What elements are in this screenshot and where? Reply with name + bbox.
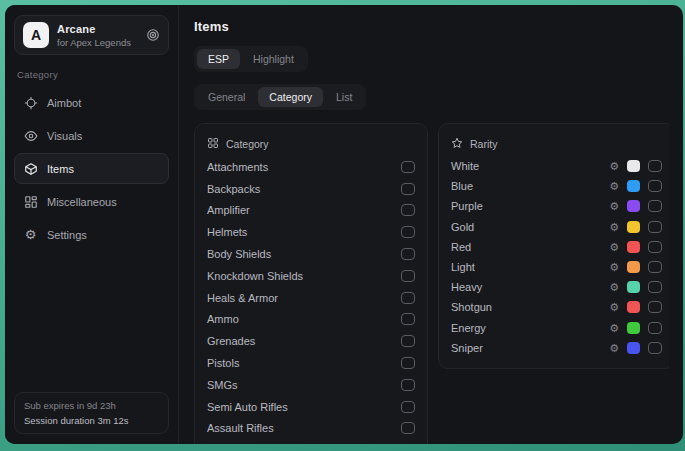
- gear-icon[interactable]: ⚙: [609, 180, 619, 192]
- category-row-label: Assault Rifles: [207, 422, 274, 434]
- checkbox[interactable]: [648, 241, 662, 253]
- category-row-label: Pistols: [207, 357, 239, 369]
- gear-icon[interactable]: ⚙: [609, 261, 619, 273]
- color-swatch[interactable]: [627, 261, 640, 273]
- sidebar-item-miscellaneous[interactable]: Miscellaneous: [14, 186, 169, 217]
- tab-list[interactable]: List: [325, 87, 363, 107]
- rarity-row-label: Heavy: [451, 281, 482, 293]
- checkbox[interactable]: [401, 379, 415, 391]
- checkbox[interactable]: [648, 281, 662, 293]
- checkbox[interactable]: [401, 183, 415, 195]
- category-row: Semi Auto Rifles: [207, 396, 415, 418]
- app-subtitle: for Apex Legends: [57, 37, 131, 48]
- gear-icon: ⚙: [23, 227, 38, 242]
- rarity-row: Energy⚙: [451, 318, 662, 338]
- sidebar-item-visuals[interactable]: Visuals: [14, 120, 169, 151]
- tab-general[interactable]: General: [197, 87, 256, 107]
- gear-icon[interactable]: ⚙: [609, 301, 619, 313]
- package-icon: [23, 161, 38, 176]
- target-icon[interactable]: [146, 28, 160, 42]
- color-swatch[interactable]: [627, 160, 640, 172]
- gear-icon[interactable]: ⚙: [609, 281, 619, 293]
- color-swatch[interactable]: [627, 342, 640, 354]
- main-panel: Items ESPHighlight GeneralCategoryList C…: [179, 5, 683, 444]
- sidebar-item-items[interactable]: Items: [14, 153, 169, 184]
- sidebar-item-label: Visuals: [47, 130, 82, 142]
- color-swatch[interactable]: [627, 200, 640, 212]
- gear-icon[interactable]: ⚙: [609, 342, 619, 354]
- rarity-row-label: Gold: [451, 221, 474, 233]
- checkbox[interactable]: [401, 357, 415, 369]
- view-tab-group: GeneralCategoryList: [194, 84, 366, 110]
- checkbox[interactable]: [648, 180, 662, 192]
- color-swatch[interactable]: [627, 221, 640, 233]
- category-row-label: Knockdown Shields: [207, 270, 303, 282]
- checkbox[interactable]: [648, 221, 662, 233]
- category-row-label: Body Shields: [207, 248, 271, 260]
- app-name: Arcane: [57, 23, 131, 35]
- category-row-label: Semi Auto Rifles: [207, 401, 288, 413]
- category-row: Helmets: [207, 221, 415, 243]
- checkbox[interactable]: [648, 322, 662, 334]
- page-title: Items: [194, 19, 669, 34]
- color-swatch[interactable]: [627, 241, 640, 253]
- color-swatch[interactable]: [627, 322, 640, 334]
- rarity-row: Blue⚙: [451, 176, 662, 196]
- checkbox[interactable]: [401, 248, 415, 260]
- category-row: Knockdown Shields: [207, 265, 415, 287]
- checkbox[interactable]: [648, 261, 662, 273]
- rarity-row: Sniper⚙: [451, 338, 662, 358]
- category-row: Backpacks: [207, 178, 415, 200]
- gear-icon[interactable]: ⚙: [609, 160, 619, 172]
- rarity-row: Light⚙: [451, 257, 662, 277]
- category-row-label: Ammo: [207, 313, 239, 325]
- category-row: LMGs: [207, 439, 415, 444]
- sidebar-item-settings[interactable]: ⚙Settings: [14, 219, 169, 250]
- gear-icon[interactable]: ⚙: [609, 221, 619, 233]
- category-row-label: Amplifier: [207, 204, 250, 216]
- color-swatch[interactable]: [627, 301, 640, 313]
- gear-icon[interactable]: ⚙: [609, 322, 619, 334]
- category-row: SMGs: [207, 374, 415, 396]
- checkbox[interactable]: [648, 301, 662, 313]
- checkbox[interactable]: [401, 161, 415, 173]
- rarity-row: Red⚙: [451, 237, 662, 257]
- subscription-card: Sub expires in 9d 23h Session duration 3…: [14, 392, 169, 434]
- tab-category[interactable]: Category: [258, 87, 323, 107]
- checkbox[interactable]: [401, 335, 415, 347]
- rarity-panel: Rarity White⚙Blue⚙Purple⚙Gold⚙Red⚙Light⚙…: [438, 123, 669, 369]
- tab-esp[interactable]: ESP: [197, 49, 240, 69]
- category-row: Ammo: [207, 309, 415, 331]
- gear-icon[interactable]: ⚙: [609, 241, 619, 253]
- checkbox[interactable]: [401, 292, 415, 304]
- eye-icon: [23, 128, 38, 143]
- checkbox[interactable]: [648, 160, 662, 172]
- sidebar-item-label: Items: [47, 163, 74, 175]
- brand-card: A Arcane for Apex Legends: [14, 15, 169, 55]
- sidebar-item-label: Aimbot: [47, 97, 81, 109]
- rarity-row-label: Blue: [451, 180, 473, 192]
- rarity-row-label: Red: [451, 241, 471, 253]
- checkbox[interactable]: [648, 342, 662, 354]
- checkbox[interactable]: [401, 204, 415, 216]
- gear-icon[interactable]: ⚙: [609, 200, 619, 212]
- sidebar-item-aimbot[interactable]: Aimbot: [14, 87, 169, 118]
- category-row-label: SMGs: [207, 379, 238, 391]
- category-row: Assault Rifles: [207, 418, 415, 440]
- checkbox[interactable]: [401, 313, 415, 325]
- tab-highlight[interactable]: Highlight: [242, 49, 305, 69]
- color-swatch[interactable]: [627, 180, 640, 192]
- rarity-row: Shotgun⚙: [451, 297, 662, 317]
- checkbox[interactable]: [401, 422, 415, 434]
- category-row: Grenades: [207, 330, 415, 352]
- sidebar-nav: AimbotVisualsItemsMiscellaneous⚙Settings: [14, 87, 169, 250]
- checkbox[interactable]: [401, 270, 415, 282]
- category-row-label: Helmets: [207, 226, 247, 238]
- color-swatch[interactable]: [627, 281, 640, 293]
- sidebar-item-label: Miscellaneous: [47, 196, 117, 208]
- checkbox[interactable]: [648, 200, 662, 212]
- checkbox[interactable]: [401, 226, 415, 238]
- session-duration-text: Session duration 3m 12s: [24, 415, 159, 426]
- checkbox[interactable]: [401, 401, 415, 413]
- crosshair-icon: [23, 95, 38, 110]
